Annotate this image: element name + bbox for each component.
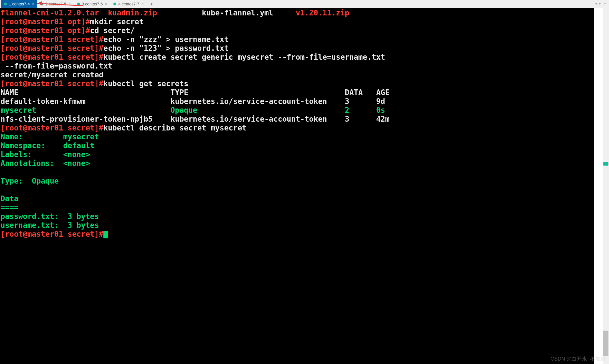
status-dot-icon: [4, 3, 7, 5]
tab-centos7-4[interactable]: 1 centos7-4 ×: [1, 0, 37, 8]
terminal[interactable]: flannel-cni-v1.2.0.tar kuadmin.zip kube-…: [0, 8, 594, 364]
cmd-create-secret: kubectl create secret generic mysecret -…: [103, 53, 385, 61]
tab-label: centos7-7: [122, 2, 139, 6]
describe-anno-key: Annotations:: [1, 159, 54, 168]
describe-name-val: mysecret: [63, 132, 99, 141]
table-row: nfs-client-provisioner-token-npjb5 kuber…: [1, 115, 390, 123]
close-icon[interactable]: ×: [141, 2, 144, 6]
cmd-describe: kubectl describe secret mysecret: [103, 124, 247, 132]
status-dot-icon: [77, 3, 80, 5]
describe-password: password.txt: 3 bytes: [1, 212, 99, 221]
tab-label: centos7-5: [49, 2, 66, 6]
cmd-get-secrets: kubectl get secrets: [103, 79, 188, 88]
tab-centos7-5[interactable]: 2 centos7-5 ×: [38, 0, 74, 8]
describe-type-val: Opaque: [32, 177, 59, 185]
describe-data-sep: ====: [1, 203, 19, 212]
tab-centos7-6[interactable]: 3 centos7-6 ×: [74, 0, 110, 8]
status-dot-icon: [113, 3, 116, 5]
scrollbar-track[interactable]: [603, 8, 609, 364]
describe-ns-val: default: [63, 141, 95, 150]
prompt: [root@master01 opt]#: [1, 26, 90, 35]
prompt: [root@master01 secret]#: [1, 35, 103, 44]
tab-menu-icon[interactable]: ▾: [604, 1, 606, 6]
tab-nav: ◄ ► ▾: [594, 1, 606, 6]
status-dot-icon: [41, 3, 43, 5]
tab-bar: 1 centos7-4 × 2 centos7-5 × 3 centos7-6 …: [0, 0, 609, 8]
cmd-cd: cd secret/: [90, 26, 135, 35]
tab-index: 2: [45, 2, 48, 6]
describe-type-key: Type:: [1, 177, 23, 185]
describe-username: username.txt: 3 bytes: [1, 221, 99, 230]
tab-index: 4: [118, 2, 121, 6]
prompt: [root@master01 secret]#: [1, 230, 103, 238]
prompt: [root@master01 secret]#: [1, 79, 103, 88]
cmd-create-secret-cont: --from-file=password.txt: [1, 62, 112, 70]
cmd-echo-password: echo -n "123" > password.txt: [103, 44, 229, 53]
tab-label: centos7-4: [12, 2, 30, 6]
describe-name-key: Name:: [1, 132, 23, 141]
tab-add-button[interactable]: +: [147, 0, 156, 7]
tab-centos7-7[interactable]: 4 centos7-7 ×: [111, 0, 147, 8]
scrollbar-marker: [603, 162, 608, 166]
describe-labels-key: Labels:: [1, 150, 32, 159]
scrollbar-thumb[interactable]: [603, 331, 608, 356]
describe-data-header: Data: [1, 194, 19, 203]
close-icon[interactable]: ×: [32, 2, 34, 6]
close-icon[interactable]: ×: [105, 2, 107, 6]
tab-label: centos7-6: [85, 2, 103, 6]
table-row: mysecret Opaque 2 0s: [1, 106, 385, 114]
ls-file: v1.20.11.zip: [296, 9, 349, 17]
tab-index: 1: [9, 2, 11, 6]
ls-file: flannel-cni-v1.2.0.tar: [1, 9, 99, 17]
prompt: [root@master01 secret]#: [1, 53, 103, 61]
ls-file: kube-flannel.yml: [202, 9, 273, 17]
describe-anno-val: <none>: [63, 159, 90, 168]
output-created: secret/mysecret created: [1, 71, 103, 79]
table-row: default-token-kfmwm kubernetes.io/servic…: [1, 97, 385, 106]
terminal-output: flannel-cni-v1.2.0.tar kuadmin.zip kube-…: [1, 9, 593, 239]
describe-ns-key: Namespace:: [1, 141, 45, 150]
cmd-echo-username: echo -n "zzz" > username.txt: [103, 35, 229, 44]
describe-labels-val: <none>: [63, 150, 90, 159]
tab-prev-icon[interactable]: ◄: [594, 1, 597, 6]
ls-file: kuadmin.zip: [108, 9, 157, 17]
tab-next-icon[interactable]: ►: [599, 1, 601, 6]
cmd-mkdir: mkdir secret: [90, 17, 144, 26]
right-margin: [594, 8, 603, 364]
close-icon[interactable]: ×: [69, 2, 71, 6]
cursor-icon: [103, 231, 108, 238]
prompt: [root@master01 secret]#: [1, 44, 103, 53]
tab-index: 3: [82, 2, 84, 6]
watermark: CSDN @白开水~不加糖: [550, 355, 606, 362]
prompt: [root@master01 opt]#: [1, 17, 90, 26]
prompt: [root@master01 secret]#: [1, 124, 103, 132]
